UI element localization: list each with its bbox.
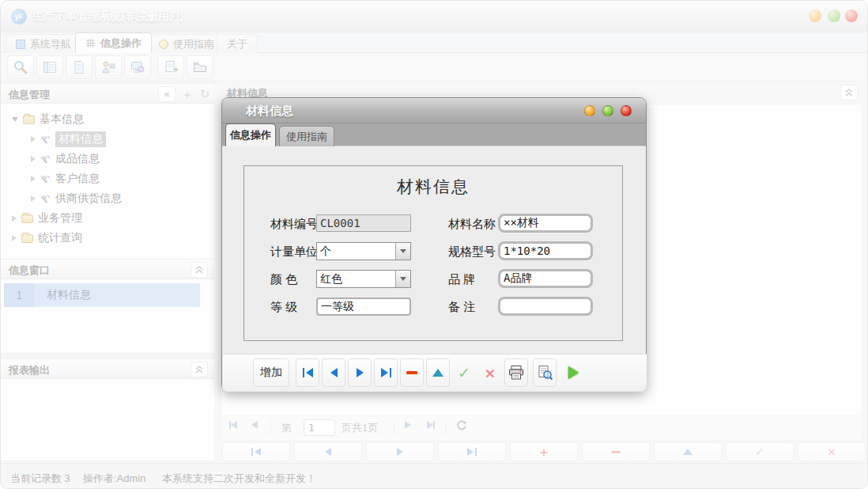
cancel-record-button[interactable]: × [478, 358, 502, 387]
print-icon [508, 365, 525, 381]
unit-label: 计量单位 [270, 244, 318, 260]
play-icon [568, 366, 579, 379]
unit-select[interactable]: 个 [316, 242, 411, 260]
form-title: 材料信息 [244, 176, 622, 198]
color-select[interactable]: 红色 [316, 270, 411, 288]
dropdown-button[interactable] [395, 271, 410, 287]
grade-field[interactable] [316, 298, 411, 316]
first-record-button[interactable] [296, 358, 319, 387]
dialog-titlebar[interactable]: 材料信息 [222, 98, 646, 123]
remark-field[interactable] [498, 297, 593, 316]
grade-label: 等 级 [270, 300, 297, 315]
print-preview-icon [537, 365, 553, 381]
dialog-tabstrip: 信息操作 使用指南 [222, 123, 646, 146]
remark-label: 备 注 [448, 300, 475, 315]
edit-record-button[interactable] [426, 358, 450, 387]
print-button[interactable] [504, 358, 528, 387]
brand-label: 品 牌 [448, 272, 475, 287]
material-info-dialog: 材料信息 信息操作 使用指南 材料信息 材料编号 材料名称 计量单位 个 规格型… [221, 97, 647, 391]
name-field[interactable] [498, 214, 593, 233]
dialog-body: 材料信息 材料编号 材料名称 计量单位 个 规格型号 颜 色 红色 品 牌 [222, 146, 646, 392]
dialog-title: 材料信息 [246, 104, 293, 119]
save-record-button[interactable]: ✓ [452, 358, 476, 387]
code-field [316, 214, 411, 232]
print-preview-button[interactable] [533, 358, 557, 387]
dialog-minimize-button[interactable] [584, 105, 595, 116]
dialog-tab-info-operation[interactable]: 信息操作 [225, 123, 276, 146]
add-button[interactable]: 增加 [253, 358, 289, 387]
check-icon: ✓ [458, 364, 470, 382]
name-label: 材料名称 [448, 217, 496, 232]
brand-field[interactable] [498, 269, 593, 288]
minus-icon [406, 371, 417, 374]
spec-label: 规格型号 [448, 244, 496, 260]
prev-record-button[interactable] [322, 358, 345, 387]
triangle-up-icon [432, 369, 443, 377]
x-icon: × [485, 365, 495, 381]
delete-record-button[interactable] [400, 358, 424, 387]
chevron-down-icon [400, 249, 406, 253]
next-record-button[interactable] [348, 358, 372, 387]
dialog-maximize-button[interactable] [602, 105, 613, 116]
dialog-tab-user-guide[interactable]: 使用指南 [279, 126, 334, 146]
last-record-button[interactable] [374, 358, 398, 387]
chevron-down-icon [400, 277, 406, 281]
code-label: 材料编号 [270, 217, 318, 232]
spec-field[interactable] [498, 241, 593, 260]
run-button[interactable] [561, 358, 585, 387]
app-window: yF 生产下单管理系统(非注册用户) 系统导航 信息操作 使用指南 关于 [0, 0, 868, 489]
dialog-close-button[interactable] [621, 105, 632, 116]
color-label: 颜 色 [270, 272, 297, 287]
dropdown-button[interactable] [395, 243, 410, 260]
dialog-toolbar: 增加 ✓ × [223, 354, 647, 391]
material-form-groupbox: 材料信息 材料编号 材料名称 计量单位 个 规格型号 颜 色 红色 品 牌 [243, 165, 623, 341]
